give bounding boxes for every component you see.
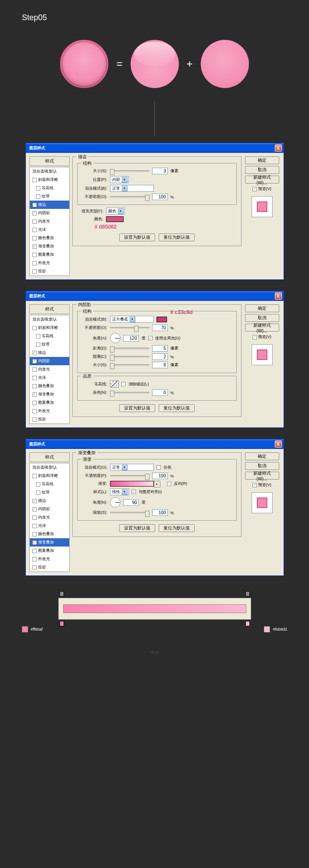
choke-slider[interactable] bbox=[110, 356, 149, 358]
preview-checkbox[interactable]: 预览(V) bbox=[252, 482, 271, 488]
close-button[interactable]: X bbox=[275, 293, 282, 300]
style-color-overlay[interactable]: 颜色叠加 bbox=[30, 382, 69, 390]
global-light-checkbox[interactable] bbox=[148, 336, 153, 340]
blend-dropdown[interactable]: 正片叠底▾ bbox=[110, 316, 154, 323]
style-stroke[interactable]: 描边 bbox=[30, 201, 69, 209]
style-contour[interactable]: 等高线 bbox=[30, 184, 69, 192]
color-swatch[interactable] bbox=[106, 216, 124, 222]
style-inner-glow[interactable]: 内发光 bbox=[30, 217, 69, 226]
opacity-slider[interactable] bbox=[110, 327, 149, 329]
distance-input[interactable] bbox=[152, 345, 168, 352]
style-inner-glow[interactable]: 内发光 bbox=[30, 365, 69, 374]
reset-default-button[interactable]: 复位为默认值 bbox=[159, 233, 195, 241]
style-bevel[interactable]: 斜面和浮雕 bbox=[30, 324, 69, 332]
style-outer-glow[interactable]: 外发光 bbox=[30, 407, 69, 415]
preview-checkbox[interactable]: 预览(V) bbox=[252, 186, 271, 192]
scale-slider[interactable] bbox=[110, 512, 149, 514]
close-button[interactable]: X bbox=[275, 145, 282, 152]
style-drop-shadow[interactable]: 投影 bbox=[30, 415, 69, 423]
style-outer-glow[interactable]: 外发光 bbox=[30, 555, 69, 563]
style-bevel[interactable]: 斜面和浮雕 bbox=[30, 472, 69, 480]
color-stop-left[interactable] bbox=[60, 621, 64, 626]
noise-slider[interactable] bbox=[110, 392, 149, 394]
titlebar[interactable]: 图层样式 X bbox=[26, 143, 284, 153]
style-satin[interactable]: 光泽 bbox=[30, 374, 69, 382]
style-stroke[interactable]: 描边 bbox=[30, 497, 69, 505]
size-slider[interactable] bbox=[110, 364, 149, 366]
blend-dropdown[interactable]: 正常▾ bbox=[110, 464, 154, 471]
set-default-button[interactable]: 设置为默认值 bbox=[119, 524, 155, 532]
cancel-button[interactable]: 取消 bbox=[245, 314, 279, 322]
opacity-slider[interactable] bbox=[110, 475, 149, 477]
angle-input[interactable] bbox=[123, 335, 139, 342]
style-stroke[interactable]: 描边 bbox=[30, 349, 69, 357]
style-contour[interactable]: 等高线 bbox=[30, 480, 69, 488]
style-texture[interactable]: 纹理 bbox=[30, 192, 69, 201]
new-style-button[interactable]: 新建样式(W)... bbox=[245, 472, 279, 480]
style-texture[interactable]: 纹理 bbox=[30, 488, 69, 497]
blend-options[interactable]: 混合选项:默认 bbox=[30, 315, 69, 324]
noise-input[interactable] bbox=[152, 389, 168, 396]
style-pattern-overlay[interactable]: 图案叠加 bbox=[30, 547, 69, 555]
distance-slider[interactable] bbox=[110, 348, 149, 349]
blend-options[interactable]: 混合选项:默认 bbox=[30, 167, 69, 176]
dither-checkbox[interactable] bbox=[156, 465, 161, 469]
style-contour[interactable]: 等高线 bbox=[30, 332, 69, 340]
opacity-input[interactable] bbox=[152, 325, 168, 331]
opacity-slider[interactable] bbox=[110, 196, 149, 198]
fill-type-dropdown[interactable]: 颜色▾ bbox=[106, 208, 125, 215]
style-inner-shadow[interactable]: 内阴影 bbox=[30, 505, 69, 513]
preview-checkbox[interactable]: 预览(V) bbox=[252, 334, 271, 340]
position-dropdown[interactable]: 内部▾ bbox=[110, 176, 129, 183]
new-style-button[interactable]: 新建样式(W)... bbox=[245, 324, 279, 332]
size-slider[interactable] bbox=[110, 170, 149, 172]
opacity-stop-right[interactable] bbox=[245, 591, 250, 596]
style-color-overlay[interactable]: 颜色叠加 bbox=[30, 234, 69, 242]
align-checkbox[interactable] bbox=[131, 490, 136, 494]
new-style-button[interactable]: 新建样式(W)... bbox=[245, 176, 279, 183]
style-color-overlay[interactable]: 颜色叠加 bbox=[30, 530, 69, 538]
opacity-input[interactable] bbox=[152, 194, 168, 200]
style-gradient-overlay[interactable]: 渐变叠加 bbox=[30, 538, 69, 547]
gradient-picker[interactable] bbox=[110, 481, 154, 487]
opacity-input[interactable] bbox=[152, 473, 168, 479]
gradient-editor[interactable] bbox=[58, 598, 251, 620]
gradient-bar[interactable] bbox=[63, 604, 246, 613]
reset-default-button[interactable]: 复位为默认值 bbox=[159, 524, 195, 532]
style-gradient-overlay[interactable]: 渐变叠加 bbox=[30, 390, 69, 399]
style-pattern-overlay[interactable]: 图案叠加 bbox=[30, 399, 69, 407]
angle-dial[interactable] bbox=[110, 497, 121, 508]
style-inner-shadow[interactable]: 内阴影 bbox=[30, 209, 69, 217]
anti-alias-checkbox[interactable] bbox=[121, 382, 126, 386]
close-button[interactable]: X bbox=[275, 441, 282, 448]
reset-default-button[interactable]: 复位为默认值 bbox=[159, 404, 195, 412]
style-texture[interactable]: 纹理 bbox=[30, 340, 69, 349]
ok-button[interactable]: 确定 bbox=[245, 156, 279, 164]
style-outer-glow[interactable]: 外发光 bbox=[30, 259, 69, 267]
style-inner-shadow[interactable]: 内阴影 bbox=[30, 357, 69, 365]
choke-input[interactable] bbox=[152, 353, 168, 360]
ok-button[interactable]: 确定 bbox=[245, 452, 279, 460]
shadow-color-swatch[interactable] bbox=[156, 317, 167, 322]
style-drop-shadow[interactable]: 投影 bbox=[30, 563, 69, 572]
style-inner-glow[interactable]: 内发光 bbox=[30, 513, 69, 522]
size-input[interactable] bbox=[152, 168, 168, 174]
titlebar[interactable]: 图层样式 X bbox=[26, 439, 284, 449]
style-gradient-overlay[interactable]: 渐变叠加 bbox=[30, 242, 69, 251]
blend-options[interactable]: 混合选项:默认 bbox=[30, 463, 69, 472]
style-pattern-overlay[interactable]: 图案叠加 bbox=[30, 251, 69, 259]
opacity-stop-left[interactable] bbox=[60, 591, 64, 596]
set-default-button[interactable]: 设置为默认值 bbox=[119, 404, 155, 412]
style-dropdown[interactable]: 线性▾ bbox=[110, 488, 129, 495]
style-drop-shadow[interactable]: 投影 bbox=[30, 267, 69, 275]
scale-input[interactable] bbox=[152, 509, 168, 516]
style-bevel[interactable]: 斜面和浮雕 bbox=[30, 176, 69, 184]
set-default-button[interactable]: 设置为默认值 bbox=[119, 233, 155, 241]
blend-dropdown[interactable]: 正常▾ bbox=[110, 185, 154, 192]
titlebar[interactable]: 图层样式 X bbox=[26, 291, 284, 301]
size-input[interactable] bbox=[152, 362, 168, 368]
angle-dial[interactable] bbox=[110, 333, 121, 343]
contour-picker[interactable] bbox=[110, 381, 119, 388]
cancel-button[interactable]: 取消 bbox=[245, 166, 279, 174]
style-satin[interactable]: 光泽 bbox=[30, 226, 69, 234]
